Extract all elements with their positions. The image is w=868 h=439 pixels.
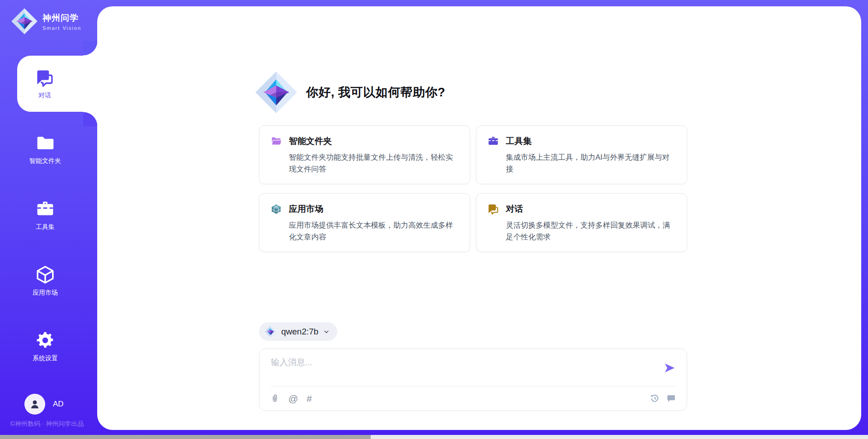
brand-gem-icon [11, 7, 38, 35]
history-icon[interactable] [650, 394, 660, 403]
sidebar-item-toolset[interactable]: 工具集 [0, 199, 90, 231]
sidebar-item-label: 对话 [38, 91, 51, 100]
card-chat[interactable]: 对话 灵活切换多模型文件，支持多样回复效果调试，满足个性化需求 [476, 193, 687, 252]
brand: 神州问学 Smart Vision [11, 7, 81, 35]
sidebar-item-chat-active[interactable]: 对话 [17, 56, 98, 112]
sidebar-item-label: 应用市场 [33, 289, 58, 297]
card-smart-folder[interactable]: 智能文件夹 智能文件夹功能支持批量文件上传与清洗，轻松实现文件问答 [259, 125, 470, 184]
composer-toolbar: @ # [270, 386, 676, 410]
copyright-footer: ©神州数码 · 神州问学出品 [0, 420, 94, 428]
main-panel: 你好, 我可以如何帮助你? 智能文件夹 智能文件夹功能支持批量文件上传与清洗，轻… [97, 6, 861, 430]
sidebar-item-app-market[interactable]: 应用市场 [0, 265, 90, 297]
sidebar-item-label: 工具集 [36, 223, 55, 231]
send-icon [663, 362, 676, 374]
model-gem-icon [264, 325, 277, 338]
cube-icon [35, 265, 55, 285]
gear-icon [35, 330, 55, 350]
sidebar-item-settings[interactable]: 系统设置 [0, 330, 90, 363]
hash-icon[interactable]: # [307, 394, 312, 403]
card-toolset[interactable]: 工具集 集成市场上主流工具，助力AI与外界无缝扩展与对接 [476, 125, 687, 184]
user-account[interactable]: AD [24, 394, 64, 415]
folder-open-icon [270, 135, 282, 147]
message-composer: @ # [259, 348, 687, 411]
cube-grid-icon [270, 203, 282, 215]
chat-icon [35, 68, 54, 87]
tab-fillet-bottom [83, 112, 98, 126]
card-title: 应用市场 [289, 203, 323, 215]
greeting-block: 你好, 我可以如何帮助你? [255, 71, 445, 114]
folder-icon [35, 133, 55, 153]
model-name: qwen2:7b [281, 327, 318, 337]
tab-fillet-top [83, 41, 98, 56]
feature-cards: 智能文件夹 智能文件夹功能支持批量文件上传与清洗，轻松实现文件问答 工具集 集成… [259, 125, 687, 252]
person-icon [29, 398, 41, 410]
card-title: 智能文件夹 [289, 135, 332, 147]
at-icon[interactable]: @ [288, 394, 298, 403]
card-desc: 灵活切换多模型文件，支持多样回复效果调试，满足个性化需求 [506, 219, 676, 243]
card-desc: 智能文件夹功能支持批量文件上传与清洗，轻松实现文件问答 [289, 151, 459, 175]
horizontal-scrollbar [0, 435, 868, 439]
sidebar-item-label: 智能文件夹 [29, 157, 61, 165]
brand-subtitle: Smart Vision [42, 25, 81, 31]
sidebar: 神州问学 Smart Vision 对话 智能文件夹 工具集 应用市场 系统设置… [0, 0, 97, 439]
send-button[interactable] [663, 362, 676, 374]
card-desc: 集成市场上主流工具，助力AI与外界无缝扩展与对接 [506, 151, 676, 175]
card-title: 工具集 [506, 135, 532, 147]
greeting-title: 你好, 我可以如何帮助你? [306, 84, 445, 100]
scrollbar-thumb[interactable] [0, 435, 371, 439]
sidebar-item-label: 系统设置 [33, 354, 58, 363]
message-input[interactable] [271, 357, 651, 383]
paperclip-icon[interactable] [270, 394, 280, 403]
sidebar-item-smart-folder[interactable]: 智能文件夹 [0, 133, 90, 165]
card-title: 对话 [506, 203, 523, 215]
chat-icon [487, 203, 499, 215]
chat-bubble-icon[interactable] [666, 394, 676, 403]
avatar [24, 394, 45, 415]
briefcase-icon [35, 199, 55, 219]
card-app-market[interactable]: 应用市场 应用市场提供丰富长文本模板，助力高效生成多样化文章内容 [259, 193, 470, 252]
card-desc: 应用市场提供丰富长文本模板，助力高效生成多样化文章内容 [289, 219, 459, 243]
chevron-down-icon [323, 328, 330, 335]
greeting-gem-icon [255, 71, 298, 114]
briefcase-icon [487, 135, 499, 147]
user-name: AD [53, 400, 64, 409]
model-selector[interactable]: qwen2:7b [259, 322, 337, 341]
brand-name: 神州问学 [42, 12, 81, 24]
